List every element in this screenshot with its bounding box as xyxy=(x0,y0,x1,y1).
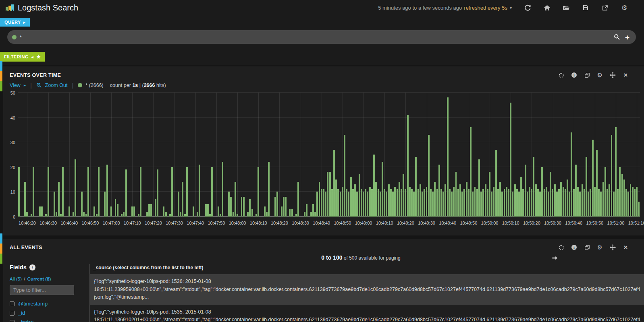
filtering-tab[interactable]: FILTERING ◂ ★ xyxy=(0,52,45,62)
panel-gear-icon[interactable]: ⚙ xyxy=(597,244,603,250)
histogram-bar xyxy=(630,184,632,217)
refresh-interval-link[interactable]: refreshed every 5s xyxy=(464,5,507,11)
add-query-icon[interactable]: + xyxy=(625,33,629,41)
histogram-bar xyxy=(588,192,589,217)
events-histogram[interactable]: 01020304050 10:46:2010:46:3010:46:4010:4… xyxy=(18,93,640,225)
histogram-bar xyxy=(289,209,291,217)
field-checkbox[interactable] xyxy=(10,311,15,316)
view-link[interactable]: View xyxy=(10,83,21,88)
next-page-arrow-icon[interactable] xyxy=(552,255,558,261)
save-icon[interactable] xyxy=(582,4,589,11)
search-icon[interactable] xyxy=(614,34,620,40)
histogram-bar xyxy=(182,182,183,217)
move-icon[interactable] xyxy=(610,244,616,250)
histogram-bar xyxy=(373,155,375,217)
v-gridline xyxy=(111,93,112,217)
histogram-bar xyxy=(186,167,188,217)
histogram-bar xyxy=(615,127,617,217)
move-icon[interactable] xyxy=(610,72,616,78)
close-icon[interactable]: × xyxy=(623,244,629,250)
chevron-down-icon[interactable]: ▾ xyxy=(510,6,512,10)
histogram-bar xyxy=(459,184,461,217)
histogram-bar xyxy=(457,189,459,217)
row-height-strip[interactable] xyxy=(0,61,2,91)
panel-gear-icon[interactable]: ⚙ xyxy=(597,72,603,78)
zoom-out-icon[interactable] xyxy=(36,83,42,88)
table-row[interactable]: {"log":"synthetic-logger-10lps-pod: 1536… xyxy=(90,274,644,305)
histogram-bar xyxy=(348,192,350,217)
histogram-bar xyxy=(121,214,123,217)
x-tick-label: 10:49:40 xyxy=(436,221,460,225)
time-range-label: 5 minutes ago to a few seconds ago xyxy=(378,5,462,11)
y-tick-label: 10 xyxy=(4,190,15,194)
histogram-bar xyxy=(106,165,108,217)
y-tick-label: 0 xyxy=(4,215,15,219)
query-input[interactable] xyxy=(20,34,614,40)
histogram-bar xyxy=(535,184,537,217)
x-tick-label: 10:49:10 xyxy=(372,221,397,225)
histogram-bar xyxy=(178,192,179,217)
fields-all-link[interactable]: All (5) xyxy=(10,277,22,281)
histogram-bar xyxy=(367,192,368,217)
refresh-icon[interactable] xyxy=(524,4,531,11)
zoom-out-link[interactable]: Zoom Out xyxy=(45,83,68,88)
histogram-bar xyxy=(405,189,406,217)
histogram-bar xyxy=(527,192,528,217)
histogram-bar xyxy=(87,167,89,217)
histogram-bar xyxy=(438,165,440,217)
legend-series-label[interactable]: * (2666) xyxy=(85,83,103,88)
count-per-interval-label: count per 1s | (2666 hits) xyxy=(110,83,166,88)
field-item: @timestamp xyxy=(10,301,84,307)
field-checkbox[interactable] xyxy=(10,320,15,322)
field-filter-input[interactable] xyxy=(10,285,74,295)
histogram-bar xyxy=(321,189,322,217)
star-icon[interactable]: ★ xyxy=(36,54,41,60)
field-name-link[interactable]: _index xyxy=(18,319,33,322)
caret-right-icon: ▸ xyxy=(23,20,25,25)
histogram-bar xyxy=(607,189,608,217)
fields-current-link[interactable]: Current (8) xyxy=(27,277,51,281)
folder-open-icon[interactable] xyxy=(563,4,570,11)
query-pin-icon[interactable] xyxy=(12,35,17,39)
source-text-line: {"log":"synthetic-logger-10lps-pod: 1536… xyxy=(94,278,640,286)
histogram-bar xyxy=(582,184,583,217)
histogram-bar xyxy=(304,212,305,217)
histogram-bar xyxy=(609,184,610,217)
histogram-bar xyxy=(592,140,594,217)
histogram-bar xyxy=(544,189,545,217)
histogram-bar xyxy=(520,177,522,217)
histogram-bar xyxy=(371,189,373,217)
query-tab[interactable]: QUERY ▸ xyxy=(0,18,30,27)
view-caret-icon[interactable]: ▸ xyxy=(24,83,26,87)
collapse-fields-icon[interactable]: ‹ xyxy=(29,264,35,270)
clone-icon[interactable] xyxy=(584,72,590,78)
histogram-bar xyxy=(472,192,474,217)
legend-series-dot[interactable] xyxy=(78,83,82,87)
field-name-link[interactable]: _id xyxy=(18,310,25,316)
share-icon[interactable] xyxy=(601,4,609,11)
histogram-bar xyxy=(596,150,598,217)
close-icon[interactable]: × xyxy=(623,72,629,78)
histogram-bar xyxy=(539,192,541,217)
histogram-bar xyxy=(184,214,186,217)
x-tick-label: 10:49:00 xyxy=(351,221,376,225)
query-row: + xyxy=(0,27,644,48)
histogram-bar xyxy=(611,135,613,217)
field-name-link[interactable]: @timestamp xyxy=(18,301,48,307)
info-icon[interactable]: i xyxy=(571,244,577,250)
table-row[interactable]: {"log":"synthetic-logger-10lps-pod: 1535… xyxy=(90,305,644,322)
clone-icon[interactable] xyxy=(584,244,590,250)
query-bar[interactable]: + xyxy=(7,30,636,44)
home-icon[interactable] xyxy=(543,4,551,11)
histogram-bar xyxy=(420,184,421,217)
info-icon[interactable]: i xyxy=(571,72,577,78)
histogram-bar xyxy=(33,167,34,217)
histogram-bar xyxy=(485,184,486,217)
histogram-bar xyxy=(537,189,539,217)
histogram-bar xyxy=(632,187,634,217)
histogram-bar xyxy=(575,165,577,217)
gear-icon[interactable]: ⚙ xyxy=(621,4,628,11)
field-checkbox[interactable] xyxy=(10,301,15,306)
row-height-strip[interactable] xyxy=(0,233,2,264)
histogram-bar xyxy=(442,192,444,217)
